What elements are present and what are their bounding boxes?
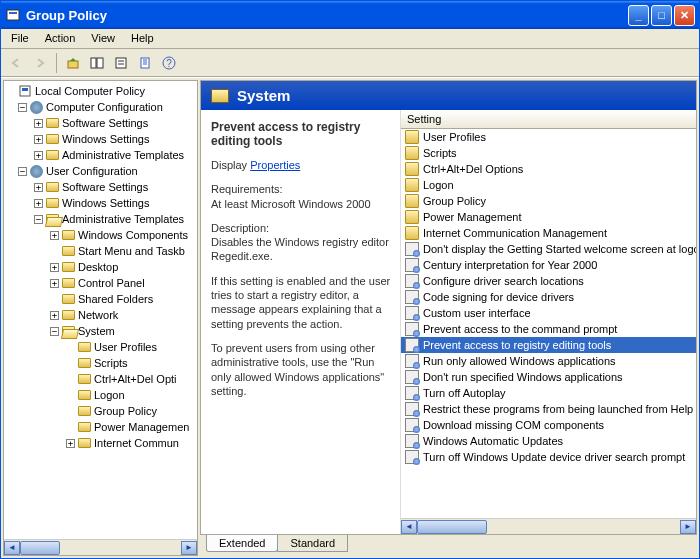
tree-user-config[interactable]: −User Configuration <box>4 163 197 179</box>
list-item[interactable]: Group Policy <box>401 193 696 209</box>
tree-cc-software[interactable]: +Software Settings <box>4 115 197 131</box>
list-item[interactable]: Century interpretation for Year 2000 <box>401 257 696 273</box>
tree-user-profiles[interactable]: User Profiles <box>4 339 197 355</box>
list-item[interactable]: Configure driver search locations <box>401 273 696 289</box>
expand-icon[interactable]: + <box>34 183 43 192</box>
forward-button[interactable] <box>29 52 51 74</box>
setting-icon <box>405 418 419 432</box>
export-button[interactable] <box>134 52 156 74</box>
tab-extended[interactable]: Extended <box>206 535 278 552</box>
expand-icon[interactable]: + <box>34 119 43 128</box>
scroll-left-button[interactable]: ◄ <box>401 520 417 534</box>
scroll-right-button[interactable]: ► <box>680 520 696 534</box>
scroll-thumb[interactable] <box>417 520 487 534</box>
tree-shared-folders[interactable]: Shared Folders <box>4 291 197 307</box>
tree[interactable]: Local Computer Policy −Computer Configur… <box>4 81 197 539</box>
folder-icon <box>78 438 91 448</box>
expand-icon[interactable]: + <box>50 279 59 288</box>
properties-link[interactable]: Properties <box>250 159 300 171</box>
tree-cc-windows[interactable]: +Windows Settings <box>4 131 197 147</box>
scroll-left-button[interactable]: ◄ <box>4 541 20 555</box>
folder-icon <box>62 230 75 240</box>
setting-icon <box>405 274 419 288</box>
list-item[interactable]: Restrict these programs from being launc… <box>401 401 696 417</box>
titlebar[interactable]: Group Policy _ □ ✕ <box>1 1 699 29</box>
menu-view[interactable]: View <box>83 29 123 48</box>
list-item[interactable]: Power Management <box>401 209 696 225</box>
tree-logon[interactable]: Logon <box>4 387 197 403</box>
tree-internet-comm[interactable]: +Internet Commun <box>4 435 197 451</box>
list-item[interactable]: Run only allowed Windows applications <box>401 353 696 369</box>
expand-icon[interactable]: + <box>50 311 59 320</box>
tree-system[interactable]: −System <box>4 323 197 339</box>
description-text-3: To prevent users from using other admini… <box>211 341 394 398</box>
scroll-thumb[interactable] <box>20 541 60 555</box>
help-button[interactable]: ? <box>158 52 180 74</box>
up-button[interactable] <box>62 52 84 74</box>
tab-standard[interactable]: Standard <box>277 535 348 552</box>
list-item[interactable]: Custom user interface <box>401 305 696 321</box>
properties-button[interactable] <box>110 52 132 74</box>
tree-computer-config[interactable]: −Computer Configuration <box>4 99 197 115</box>
setting-icon <box>405 322 419 336</box>
minimize-button[interactable]: _ <box>628 5 649 26</box>
tree-scripts[interactable]: Scripts <box>4 355 197 371</box>
tree-start-menu[interactable]: Start Menu and Taskb <box>4 243 197 259</box>
tree-cc-admin[interactable]: +Administrative Templates <box>4 147 197 163</box>
folder-icon <box>62 310 75 320</box>
scroll-right-button[interactable]: ► <box>181 541 197 555</box>
maximize-button[interactable]: □ <box>651 5 672 26</box>
collapse-icon[interactable]: − <box>18 103 27 112</box>
tree-uc-admin[interactable]: −Administrative Templates <box>4 211 197 227</box>
tree-power-mgmt[interactable]: Power Managemen <box>4 419 197 435</box>
expand-icon[interactable]: + <box>50 263 59 272</box>
list-item[interactable]: Windows Automatic Updates <box>401 433 696 449</box>
tree-windows-components[interactable]: +Windows Components <box>4 227 197 243</box>
list-item-label: Internet Communication Management <box>423 227 607 239</box>
list-body[interactable]: User ProfilesScriptsCtrl+Alt+Del Options… <box>401 129 696 518</box>
description-label: Description: <box>211 222 269 234</box>
collapse-icon[interactable]: − <box>18 167 27 176</box>
menu-help[interactable]: Help <box>123 29 162 48</box>
list-item-label: Code signing for device drivers <box>423 291 574 303</box>
list-item[interactable]: Don't run specified Windows applications <box>401 369 696 385</box>
show-hide-button[interactable] <box>86 52 108 74</box>
expand-icon[interactable]: + <box>34 151 43 160</box>
folder-icon <box>62 246 75 256</box>
menu-action[interactable]: Action <box>37 29 84 48</box>
list-column-header[interactable]: Setting <box>401 110 696 129</box>
close-button[interactable]: ✕ <box>674 5 695 26</box>
menu-file[interactable]: File <box>3 29 37 48</box>
list-hscroll[interactable]: ◄ ► <box>401 518 696 534</box>
expand-icon[interactable]: + <box>66 439 75 448</box>
tree-cad[interactable]: Ctrl+Alt+Del Opti <box>4 371 197 387</box>
list-item[interactable]: Scripts <box>401 145 696 161</box>
list-item[interactable]: Internet Communication Management <box>401 225 696 241</box>
tree-uc-windows[interactable]: +Windows Settings <box>4 195 197 211</box>
tree-uc-software[interactable]: +Software Settings <box>4 179 197 195</box>
setting-icon <box>405 370 419 384</box>
list-item[interactable]: Ctrl+Alt+Del Options <box>401 161 696 177</box>
list-item[interactable]: Turn off Autoplay <box>401 385 696 401</box>
expand-icon[interactable]: + <box>50 231 59 240</box>
collapse-icon[interactable]: − <box>50 327 59 336</box>
tree-network[interactable]: +Network <box>4 307 197 323</box>
list-item[interactable]: Turn off Windows Update device driver se… <box>401 449 696 465</box>
tree-hscroll[interactable]: ◄ ► <box>4 539 197 555</box>
tree-group-policy[interactable]: Group Policy <box>4 403 197 419</box>
list-item[interactable]: Logon <box>401 177 696 193</box>
list-item[interactable]: Prevent access to registry editing tools <box>401 337 696 353</box>
list-item[interactable]: Don't display the Getting Started welcom… <box>401 241 696 257</box>
tree-desktop[interactable]: +Desktop <box>4 259 197 275</box>
expand-icon[interactable]: + <box>34 135 43 144</box>
tree-root[interactable]: Local Computer Policy <box>4 83 197 99</box>
expand-icon[interactable]: + <box>34 199 43 208</box>
list-item[interactable]: Download missing COM components <box>401 417 696 433</box>
toolbar: ? <box>1 49 699 77</box>
list-item[interactable]: Prevent access to the command prompt <box>401 321 696 337</box>
collapse-icon[interactable]: − <box>34 215 43 224</box>
list-item[interactable]: User Profiles <box>401 129 696 145</box>
tree-control-panel[interactable]: +Control Panel <box>4 275 197 291</box>
back-button[interactable] <box>5 52 27 74</box>
list-item[interactable]: Code signing for device drivers <box>401 289 696 305</box>
